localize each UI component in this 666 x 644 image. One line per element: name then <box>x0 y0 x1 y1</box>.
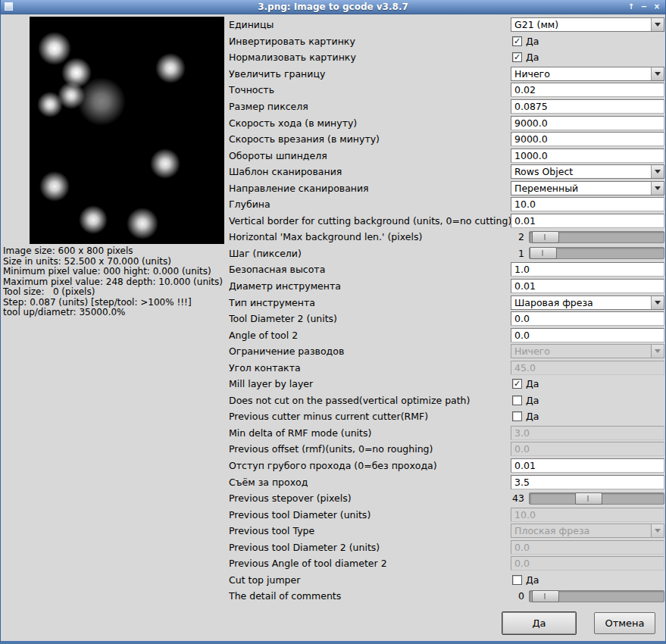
form-row-contact-angle: Угол контакта45.0 <box>229 359 664 376</box>
info-line: tool up/diametr: 35000.0% <box>3 308 223 318</box>
spindle-speed-input[interactable]: 1000.0 <box>511 148 664 163</box>
angle-of-tool-2-input[interactable]: 0.0 <box>511 328 664 342</box>
ok-button[interactable]: Да <box>502 611 577 635</box>
scan-pattern-selected-value: Rows Object <box>511 165 651 178</box>
previous-tool-type-label: Previous tool Type <box>229 525 511 536</box>
form-row-lace-bounding: Ограничение разводовНичего <box>229 343 664 360</box>
feed-rate-input[interactable]: 9000.0 <box>511 116 664 130</box>
cut-top-jumper-checkbox-label: Да <box>526 574 539 586</box>
form-row-previous-tool-type: Previous tool TypeПлоская фреза <box>229 523 664 539</box>
angle-of-tool-2-label: Angle of tool 2 <box>229 330 511 341</box>
info-line: Step: 0.087 (units) [step/tool: >100% !!… <box>3 298 223 308</box>
previous-tool-type-select: Плоская фреза <box>511 524 664 538</box>
depth-input[interactable]: 10.0 <box>511 197 664 211</box>
minimize-icon: − <box>641 2 647 11</box>
plunge-rate-input[interactable]: 9000.0 <box>511 132 664 146</box>
mill-layer-by-layer-checkbox-label: Да <box>526 378 539 389</box>
previous-tool-diameter-2-label: Previous tool Diameter 2 (units) <box>229 542 511 553</box>
horizontal-max-background-len-slider-handle[interactable] <box>532 231 559 243</box>
form-row-tool-type: Тип инструментаШаровая фреза <box>229 294 664 311</box>
form-row-tolerance: Точность0.02 <box>229 82 664 98</box>
form-row-horizontal-max-background-len: Horizontal 'Max background len.' (pixels… <box>229 229 664 245</box>
detail-of-comments-slider[interactable] <box>529 590 664 602</box>
previous-stepover-slider[interactable] <box>529 492 664 505</box>
settings-form: ЕдиницыG21 (мм)Инвертировать картинку✓Да… <box>229 14 664 605</box>
previous-offset-rmf-label: Previous offset (rmf)(units, 0=no roughi… <box>229 443 511 455</box>
form-row-detail-of-comments: The detail of comments0 <box>229 588 664 605</box>
vertical-border-cutting-input[interactable]: 0.01 <box>511 214 664 228</box>
tool-diameter-input[interactable]: 0.01 <box>511 279 664 293</box>
no-cut-passed-label: Does not cut on the passed(vertical opti… <box>229 395 511 406</box>
checkbox-unchecked-icon <box>512 575 522 585</box>
form-row-depth-per-pass: Съём за проход3.5 <box>229 474 664 490</box>
horizontal-max-background-len-slider[interactable] <box>529 231 664 243</box>
close-icon: × <box>654 2 660 11</box>
form-row-tool-diameter: Диаметр инструмента0.01 <box>229 278 664 295</box>
step-pixels-slider[interactable] <box>529 247 664 259</box>
scan-direction-select[interactable]: Переменный <box>511 181 664 195</box>
normalize-image-label: Нормализовать картинку <box>229 52 511 63</box>
extend-border-select[interactable]: Ничего <box>511 67 664 81</box>
step-pixels-slider-handle[interactable] <box>530 247 557 259</box>
normalize-image-checkbox[interactable]: ✓Да <box>512 52 539 63</box>
tool-type-label: Тип инструмента <box>229 297 511 308</box>
safe-height-input[interactable]: 1.0 <box>511 262 664 277</box>
dropdown-arrow-icon <box>651 182 664 195</box>
titlebar[interactable]: 3.png: Image to gcode v3.8.7 ↑−× <box>1 0 665 14</box>
previous-tool-diameter-input: 10.0 <box>511 508 664 522</box>
previous-tool-type-selected-value: Плоская фреза <box>511 524 651 537</box>
form-row-plunge-rate: Скорость врезания (в минуту)9000.0 <box>229 131 664 148</box>
units-label: Единицы <box>229 19 511 30</box>
roughing-offset-input[interactable]: 0.01 <box>511 458 664 473</box>
cancel-button[interactable]: Отмена <box>594 612 655 634</box>
dropdown-arrow-icon <box>651 296 664 309</box>
cut-top-jumper-label: Cut top jumper <box>229 574 511 586</box>
info-line: Maximum pixel value: 248 depth: 10.000 (… <box>3 277 223 288</box>
invert-image-checkbox[interactable]: ✓Да <box>512 36 539 47</box>
form-row-depth: Глубина10.0 <box>229 196 664 213</box>
form-row-scan-direction: Направление сканированияПеременный <box>229 180 664 196</box>
tolerance-input[interactable]: 0.02 <box>511 83 664 97</box>
dropdown-arrow-icon <box>651 18 664 31</box>
units-select[interactable]: G21 (мм) <box>511 17 664 32</box>
no-cut-passed-checkbox[interactable]: Да <box>512 395 539 406</box>
form-row-invert-image: Инвертировать картинку✓Да <box>229 33 664 50</box>
no-cut-passed-checkbox-label: Да <box>526 395 539 406</box>
checkbox-checked-icon: ✓ <box>512 52 522 62</box>
extend-border-label: Увеличить границу <box>229 68 511 80</box>
preview-image <box>30 17 224 244</box>
mill-layer-by-layer-checkbox[interactable]: ✓Да <box>512 378 539 389</box>
depth-label: Глубина <box>229 199 511 210</box>
close-button[interactable]: × <box>652 2 662 12</box>
form-row-previous-tool-diameter-2: Previous tool Diameter 2 (units)0.0 <box>229 539 664 556</box>
dropdown-arrow-icon <box>651 524 664 537</box>
form-row-previous-offset-rmf: Previous offset (rmf)(units, 0=no roughi… <box>229 441 664 458</box>
cut-top-jumper-checkbox[interactable]: Да <box>512 574 539 586</box>
lace-bounding-selected-value: Ничего <box>511 345 651 358</box>
scan-pattern-select[interactable]: Rows Object <box>511 164 664 179</box>
depth-per-pass-input[interactable]: 3.5 <box>511 475 664 489</box>
info-line: Size in units: 52.500 x 70.000 (units) <box>3 257 223 267</box>
previous-cutter-minus-rmf-checkbox[interactable]: Да <box>512 411 539 422</box>
detail-of-comments-slider-handle[interactable] <box>532 590 559 602</box>
shade-button[interactable]: ↑ <box>626 2 636 12</box>
detail-of-comments-value: 0 <box>512 590 524 602</box>
form-row-tool-diameter-2: Tool Diameter 2 (units)0.0 <box>229 311 664 327</box>
tool-diameter-2-input[interactable]: 0.0 <box>511 311 664 326</box>
pixel-size-input[interactable]: 0.0875 <box>511 99 664 114</box>
previous-tool-diameter-label: Previous tool Diameter (units) <box>229 509 511 521</box>
form-row-roughing-offset: Отступ грубого прохода (0=без прохода)0.… <box>229 458 664 474</box>
form-row-step-pixels: Шаг (пиксели)1 <box>229 245 664 262</box>
feed-rate-label: Скорость хода (в минуту) <box>229 117 511 129</box>
pixel-size-label: Размер пикселя <box>229 101 511 112</box>
tool-type-select[interactable]: Шаровая фреза <box>511 295 664 310</box>
depth-per-pass-label: Съём за проход <box>229 477 511 488</box>
horizontal-max-background-len-label: Horizontal 'Max background len.' (pixels… <box>229 231 511 242</box>
checkbox-checked-icon: ✓ <box>512 379 522 389</box>
previous-stepover-slider-handle[interactable] <box>575 492 602 505</box>
minimize-button[interactable]: − <box>639 2 649 12</box>
form-row-no-cut-passed: Does not cut on the passed(vertical opti… <box>229 392 664 409</box>
lace-bounding-select: Ничего <box>511 344 664 358</box>
info-line: Minimum pixel value: 000 hight: 0.000 (u… <box>3 267 223 277</box>
previous-stepover-label: Previous stepover (pixels) <box>229 492 511 504</box>
